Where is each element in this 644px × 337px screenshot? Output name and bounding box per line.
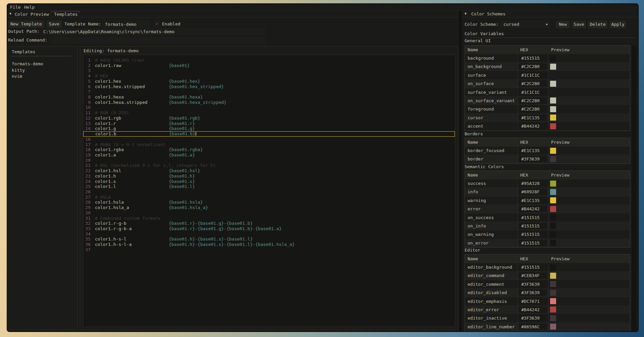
editor-line[interactable]: 34 bbox=[83, 231, 455, 237]
hex-input[interactable]: #3F3639 bbox=[519, 315, 547, 321]
output-path-input[interactable]: C:\Users\user\AppData\Roaming\clrsync\fo… bbox=[41, 28, 265, 35]
editor-line[interactable]: 14color1.g{base01.g} bbox=[83, 126, 455, 131]
editor-line[interactable]: 3 bbox=[83, 68, 455, 73]
editor-line[interactable]: 6color1.hex.stripped{base01.hex_stripped… bbox=[83, 84, 455, 89]
color-swatch[interactable] bbox=[550, 298, 556, 304]
editor-line-selected[interactable]: color1.b{base01.b} bbox=[83, 131, 455, 137]
hex-input[interactable]: #DC7671 bbox=[519, 298, 547, 305]
collapse-icon[interactable]: ▼ bbox=[9, 12, 11, 15]
editor-line[interactable]: 7 bbox=[83, 89, 455, 94]
editor-line[interactable]: 23color1.h{base01.h} bbox=[83, 174, 455, 179]
hex-input[interactable]: #C2C2B0 bbox=[519, 80, 547, 87]
save-scheme-button[interactable]: Save bbox=[572, 21, 586, 28]
hex-input[interactable]: #1C1C1C bbox=[519, 89, 547, 95]
new-template-button[interactable]: New Template bbox=[8, 20, 44, 28]
editor-line[interactable]: 24color1.s{base01.s} bbox=[83, 179, 455, 184]
tab-color-preview[interactable]: Color Preview bbox=[15, 11, 49, 17]
editor-line[interactable]: 5color1.hex{base01.hex} bbox=[83, 79, 455, 84]
color-swatch[interactable] bbox=[550, 290, 556, 296]
editor-line[interactable]: 17# RGBA (A = 0-1 normalized) bbox=[83, 142, 455, 147]
color-swatch[interactable] bbox=[550, 324, 556, 330]
color-swatch[interactable] bbox=[550, 214, 556, 220]
hex-input[interactable]: #B44242 bbox=[519, 206, 547, 212]
editor-line[interactable]: 22color1.hsl{base01.hsl} bbox=[83, 168, 455, 174]
editor-line[interactable]: 8color1.hexa{base01.hexa} bbox=[83, 94, 455, 100]
color-scheme-select[interactable]: cursed ▼ bbox=[500, 21, 550, 28]
hex-input[interactable]: #C2C2B0 bbox=[519, 106, 547, 112]
hex-input[interactable]: #60928F bbox=[519, 189, 547, 195]
editor-line[interactable]: 21# HSL (normalized 0-1 for s,l, integer… bbox=[83, 163, 455, 168]
color-swatch[interactable] bbox=[550, 206, 556, 212]
hex-input[interactable]: #C2C2B0 bbox=[519, 63, 547, 70]
template-list-item[interactable]: formats-demo bbox=[12, 61, 72, 67]
color-swatch[interactable] bbox=[550, 123, 556, 129]
color-swatch[interactable] bbox=[550, 189, 556, 195]
editor-line[interactable]: 29color1.hsla_a{base01.hsla_a} bbox=[83, 205, 455, 210]
color-swatch[interactable] bbox=[550, 89, 556, 95]
color-swatch[interactable] bbox=[550, 72, 556, 78]
editor-line[interactable]: 4# HEX bbox=[83, 73, 455, 79]
color-swatch[interactable] bbox=[550, 240, 556, 246]
color-swatch[interactable] bbox=[550, 106, 556, 112]
editor-line[interactable]: 25color1.l{base01.l} bbox=[83, 184, 455, 189]
hex-input[interactable]: #E1C135 bbox=[519, 197, 547, 204]
hex-input[interactable]: #151515 bbox=[519, 223, 547, 229]
editor-line[interactable]: 30 bbox=[83, 210, 455, 216]
hex-input[interactable]: #1C1C1C bbox=[519, 72, 547, 78]
color-swatch[interactable] bbox=[550, 231, 556, 238]
dock-splitter[interactable] bbox=[459, 11, 462, 332]
hex-input[interactable]: #151515 bbox=[519, 214, 547, 221]
hex-input[interactable]: #E1C135 bbox=[519, 115, 547, 121]
hex-input[interactable]: #B44242 bbox=[519, 123, 547, 129]
color-swatch[interactable] bbox=[550, 307, 556, 313]
color-swatch[interactable] bbox=[550, 81, 556, 87]
editor-line[interactable]: 18color1.rgba{base01.rgba} bbox=[83, 147, 455, 152]
color-swatch[interactable] bbox=[550, 181, 556, 187]
hex-input[interactable]: #151515 bbox=[519, 55, 547, 61]
delete-scheme-button[interactable]: Delete bbox=[588, 21, 607, 28]
editor-line[interactable]: 27# HSLA bbox=[83, 195, 455, 200]
hex-input[interactable]: #3F3639 bbox=[519, 281, 547, 287]
hex-input[interactable]: #151515 bbox=[519, 240, 547, 246]
editor-line[interactable]: 11# RGB (0-255) bbox=[83, 110, 455, 116]
color-swatch[interactable] bbox=[550, 223, 556, 229]
enabled-checkbox[interactable]: ✓ bbox=[154, 21, 160, 27]
new-scheme-button[interactable]: New bbox=[556, 21, 570, 28]
scrollbar[interactable] bbox=[632, 45, 636, 331]
hex-input[interactable]: #3F3639 bbox=[519, 156, 547, 162]
editor-line[interactable]: 16 bbox=[83, 137, 455, 142]
tab-templates[interactable]: Templates bbox=[54, 11, 77, 17]
editor-line[interactable]: 10 bbox=[83, 105, 455, 110]
editor-line[interactable]: 13color1.r{base01.r} bbox=[83, 121, 455, 126]
hex-input[interactable]: #151515 bbox=[519, 231, 547, 238]
hex-input[interactable]: #C2C2B0 bbox=[519, 97, 547, 104]
editor-line[interactable]: 36color1.h-s-l-a{base01.h}-{base01.s}-{b… bbox=[83, 242, 455, 247]
editor-line[interactable]: 31# Combined custom formats bbox=[83, 216, 455, 221]
color-swatch[interactable] bbox=[550, 64, 556, 70]
color-swatch[interactable] bbox=[550, 55, 556, 61]
color-swatch[interactable] bbox=[550, 281, 556, 287]
color-swatch[interactable] bbox=[550, 264, 556, 270]
hex-input[interactable]: #3F3639 bbox=[519, 289, 547, 296]
editor-line[interactable]: 33color1.r-g-b-a{base01.r}-{base01.g}-{b… bbox=[83, 226, 455, 231]
color-swatch[interactable] bbox=[550, 115, 556, 121]
editor-line[interactable]: 37 bbox=[83, 247, 455, 253]
editor-line[interactable]: 1# BASE COLORS (raw) bbox=[83, 58, 455, 63]
hex-input[interactable]: #151515 bbox=[519, 264, 547, 270]
template-editor[interactable]: 1# BASE COLORS (raw)2color1.raw{base01}3… bbox=[83, 55, 455, 327]
template-name-input[interactable]: formats-demo bbox=[103, 21, 150, 28]
color-swatch[interactable] bbox=[550, 197, 556, 203]
editor-line[interactable]: 28color1.hsla{base01.hsla} bbox=[83, 200, 455, 205]
hex-input[interactable]: #E1C135 bbox=[519, 147, 547, 154]
apply-scheme-button[interactable]: Apply bbox=[609, 21, 626, 28]
editor-line[interactable]: 35color1.h-s-l{base01.h}-{base01.s}-{bas… bbox=[83, 237, 455, 242]
color-swatch[interactable] bbox=[550, 273, 556, 279]
hex-input[interactable]: #86596C bbox=[519, 324, 547, 330]
menu-help[interactable]: Help bbox=[23, 5, 36, 10]
editor-line[interactable]: 20 bbox=[83, 158, 455, 163]
editor-line[interactable]: 26 bbox=[83, 189, 455, 195]
template-list-item[interactable]: kitty bbox=[12, 67, 72, 73]
menu-file[interactable]: File bbox=[9, 5, 22, 10]
editor-line[interactable]: 12color1.rgb{base01.rgb} bbox=[83, 116, 455, 121]
reload-command-input[interactable] bbox=[51, 37, 265, 44]
